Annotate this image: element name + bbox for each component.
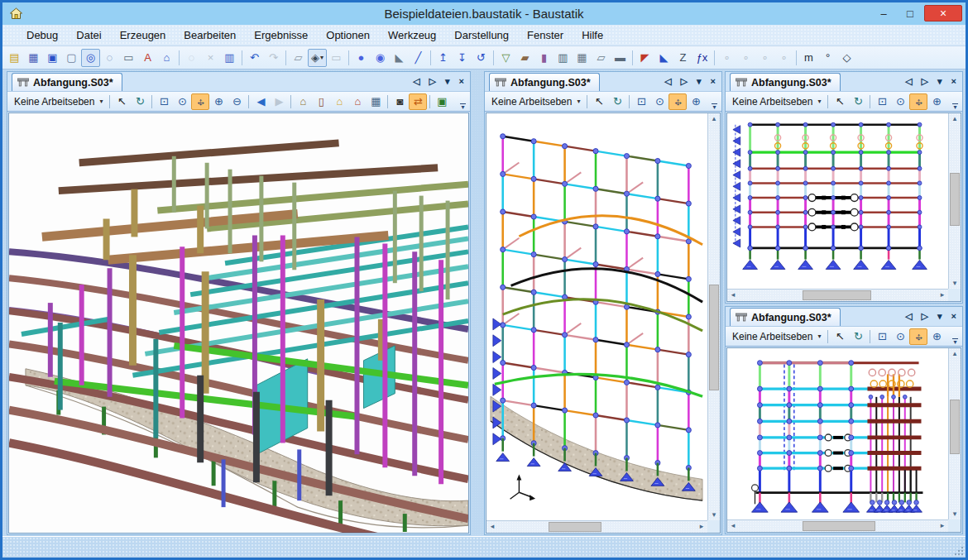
zoom-dynamic-icon[interactable]: ⊙ — [891, 328, 909, 345]
load-trapezoidal-icon[interactable]: ◣ — [654, 49, 673, 67]
measure-coordinates-icon[interactable]: ◇ — [837, 49, 856, 67]
zoom-window-icon[interactable]: ⊡ — [873, 328, 891, 345]
orbit-rotate-icon[interactable]: ↻ — [608, 93, 626, 110]
resize-grip-icon[interactable] — [953, 545, 963, 555]
create-plate-icon[interactable]: ▽ — [496, 49, 515, 67]
scrollbar-thumb[interactable] — [950, 400, 960, 454]
create-column-icon[interactable]: ▮ — [534, 49, 553, 67]
display-options-icon[interactable]: ⇄ — [409, 93, 427, 110]
menu-datei[interactable]: Datei — [67, 26, 110, 44]
document-tab[interactable]: Abfangung.S03* — [730, 308, 841, 326]
zoom-in-icon[interactable]: ⊕ — [687, 93, 705, 110]
project-archive-icon[interactable]: ⌂ — [157, 49, 176, 67]
view-grid-icon[interactable]: ▦ — [367, 93, 385, 110]
previous-tab-icon[interactable]: ◁ — [413, 76, 419, 87]
horizontal-scrollbar[interactable]: ◂ ▸ — [486, 520, 707, 533]
pan-icon[interactable]: ↔↕ — [668, 93, 687, 110]
toolbar-overflow-button[interactable]: ▾ — [458, 103, 468, 109]
scrollbar-thumb[interactable] — [803, 290, 871, 300]
vertical-scrollbar[interactable]: ▴ ▾ — [707, 113, 720, 520]
previous-tab-icon[interactable]: ◁ — [905, 311, 912, 322]
snapshot-camera-icon[interactable]: ◙ — [391, 93, 409, 110]
orbit-rotate-icon[interactable]: ↻ — [849, 93, 867, 110]
print-preview-icon[interactable]: ◎ — [81, 49, 100, 67]
pan-icon[interactable]: ↔↕ — [909, 328, 927, 345]
model-elevation-b[interactable] — [727, 348, 948, 519]
scrollbar-thumb[interactable] — [950, 173, 960, 226]
document-tab[interactable]: Abfangung.S03* — [730, 73, 841, 91]
support-vertical-icon[interactable]: ↧ — [453, 49, 472, 67]
menu-hilfe[interactable]: Hilfe — [573, 26, 612, 44]
workplane-selector[interactable]: Keine Arbeitseben ▾ — [10, 94, 107, 109]
select-node-icon[interactable]: ◉ — [371, 49, 390, 67]
close-pane-icon[interactable]: × — [951, 311, 956, 322]
workplane-selector[interactable]: Keine Arbeitseben ▾ — [728, 94, 825, 109]
toolbar-overflow-button[interactable]: ▾ — [709, 103, 720, 109]
view-section-icon[interactable]: ▯ — [312, 93, 330, 110]
close-button[interactable]: × — [924, 5, 962, 22]
horizontal-scrollbar[interactable]: ◂ ▸ — [727, 519, 948, 532]
undo-icon[interactable]: ↶ — [245, 49, 264, 67]
zoom-in-icon[interactable]: ⊕ — [927, 93, 946, 110]
menu-bearbeiten[interactable]: Bearbeiten — [175, 26, 245, 44]
copy-icon[interactable]: ▥ — [220, 49, 239, 67]
next-tab-icon[interactable]: ▷ — [429, 76, 436, 87]
draw-member-icon[interactable]: ╱ — [409, 49, 428, 67]
save-file-icon[interactable]: ▣ — [43, 49, 62, 67]
function-fx-icon[interactable]: ƒx — [692, 49, 712, 67]
menu-werkzeug[interactable]: Werkzeug — [379, 26, 445, 44]
next-tab-icon[interactable]: ▷ — [681, 76, 688, 87]
menu-fenster[interactable]: Fenster — [518, 26, 573, 44]
toolbar-overflow-button[interactable]: ▾ — [950, 338, 961, 344]
menu-erzeugen[interactable]: Erzeugen — [111, 26, 175, 44]
measure-length-icon[interactable]: m — [799, 49, 818, 67]
menu-debug[interactable]: Debug — [17, 26, 67, 44]
support-node-icon[interactable]: ↥ — [434, 49, 453, 67]
model-elevation-a[interactable] — [727, 113, 948, 289]
measure-angle-icon[interactable]: ° — [818, 49, 837, 67]
pan-icon[interactable]: ↔↕ — [909, 93, 927, 110]
previous-tab-icon[interactable]: ◁ — [905, 76, 912, 87]
load-z2-icon[interactable]: Z — [673, 49, 692, 67]
scrollbar-thumb[interactable] — [709, 285, 719, 390]
menu-optionen[interactable]: Optionen — [317, 26, 379, 44]
document-tab[interactable]: Abfangung.S03* — [489, 73, 600, 91]
zoom-in-icon[interactable]: ⊕ — [927, 328, 946, 345]
scrollbar-thumb[interactable] — [803, 521, 875, 531]
close-pane-icon[interactable]: × — [459, 76, 464, 87]
create-node-icon[interactable]: ● — [352, 49, 371, 67]
menu-darstellung[interactable]: Darstellung — [445, 26, 518, 44]
view-previous-icon[interactable]: ◀ — [252, 93, 270, 110]
select-member-icon[interactable]: ◣ — [390, 49, 409, 67]
view-home-icon[interactable]: ⌂ — [330, 93, 348, 110]
tab-list-icon[interactable]: ▾ — [937, 76, 942, 87]
select-cursor-icon[interactable]: ↖ — [831, 93, 849, 110]
select-cursor-icon[interactable]: ↖ — [113, 93, 131, 110]
select-cursor-icon[interactable]: ↖ — [590, 93, 608, 110]
orbit-rotate-icon[interactable]: ↻ — [849, 328, 867, 345]
zoom-window-icon[interactable]: ⊡ — [632, 93, 650, 110]
open-file-icon[interactable]: ▦ — [24, 49, 43, 67]
orbit-rotate-icon[interactable]: ↻ — [131, 93, 149, 110]
close-pane-icon[interactable]: × — [711, 76, 716, 87]
zoom-window-icon[interactable]: ⊡ — [155, 93, 173, 110]
minimize-button[interactable]: – — [871, 5, 896, 22]
new-file-icon[interactable]: ▤ — [5, 49, 24, 67]
previous-tab-icon[interactable]: ◁ — [664, 76, 671, 87]
create-wall-icon[interactable]: ▥ — [553, 49, 573, 67]
create-opening-icon[interactable]: ▱ — [592, 49, 611, 67]
close-pane-icon[interactable]: × — [951, 76, 956, 87]
print-icon[interactable]: ▭ — [119, 49, 138, 67]
model-3d-render[interactable] — [9, 113, 468, 533]
zoom-window-icon[interactable]: ⊡ — [873, 93, 891, 110]
view-front-icon[interactable]: ⌂ — [294, 93, 312, 110]
vertical-scrollbar[interactable]: ▴ ▾ — [948, 348, 961, 519]
view-building-icon[interactable]: ⌂ — [348, 93, 367, 110]
workplane-selector[interactable]: Keine Arbeitseben ▾ — [487, 94, 584, 109]
model-3d-wireframe[interactable] — [486, 113, 707, 520]
save-copy-icon[interactable]: ▢ — [62, 49, 81, 67]
zoom-dynamic-icon[interactable]: ⊙ — [650, 93, 668, 110]
zoom-dynamic-icon[interactable]: ⊙ — [891, 93, 909, 110]
select-cursor-icon[interactable]: ↖ — [831, 328, 849, 345]
scrollbar-thumb[interactable] — [549, 522, 601, 532]
